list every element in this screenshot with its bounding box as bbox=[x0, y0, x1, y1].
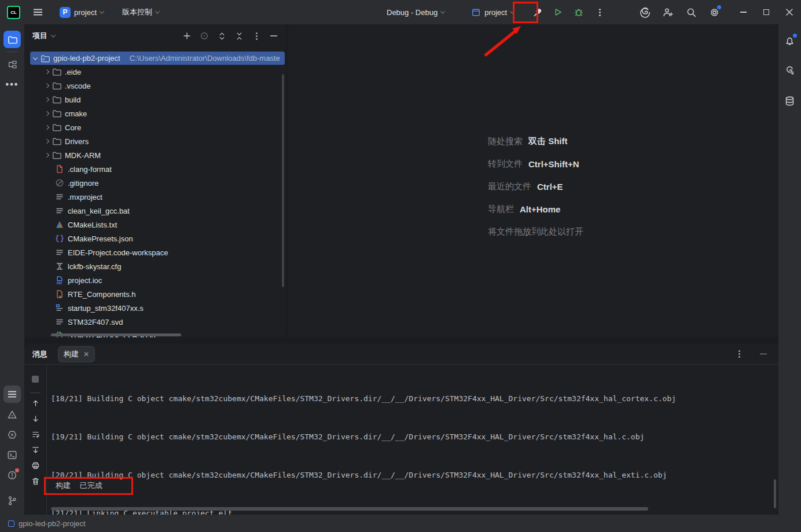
panel-options-button[interactable] bbox=[249, 28, 264, 43]
minimize-button[interactable] bbox=[732, 0, 755, 24]
project-panel-title[interactable]: 项目 bbox=[32, 31, 55, 41]
tree-item[interactable]: EIDE-Project.code-workspace bbox=[24, 245, 286, 259]
services-toolwindow-button[interactable] bbox=[3, 426, 21, 443]
ellipsis-horizontal-icon: ••• bbox=[6, 79, 19, 90]
alert-badge bbox=[15, 468, 19, 472]
tree-item[interactable]: cmake bbox=[24, 107, 286, 120]
run-target-selector[interactable]: project bbox=[466, 5, 519, 20]
structure-toolwindow-button[interactable] bbox=[3, 56, 21, 73]
tree-item[interactable]: .clang-format bbox=[24, 162, 286, 176]
notifications-button[interactable] bbox=[781, 31, 799, 50]
ai-chat-toolwindow-button[interactable] bbox=[781, 61, 799, 80]
printer-icon bbox=[31, 461, 40, 470]
build-tab[interactable]: 构建 ✕ bbox=[58, 346, 95, 362]
tree-item[interactable]: MDK-ARM bbox=[24, 148, 286, 162]
bug-icon bbox=[574, 7, 584, 17]
soft-wrap-button[interactable] bbox=[28, 428, 42, 440]
statusbar-project-name[interactable]: gpio-led-pb2-project bbox=[19, 519, 86, 528]
code-with-me-button[interactable] bbox=[659, 3, 677, 21]
terminal-toolwindow-button[interactable] bbox=[3, 446, 21, 464]
tree-item[interactable]: RTE_Components.h bbox=[24, 287, 286, 301]
hide-panel-button[interactable] bbox=[754, 345, 773, 364]
chevron-down-icon bbox=[155, 9, 160, 13]
panel-options-button[interactable] bbox=[730, 345, 748, 364]
tree-item[interactable]: lckfb-skystar.cfg bbox=[24, 259, 286, 273]
notification-dot bbox=[793, 34, 797, 38]
main-menu-button[interactable] bbox=[28, 3, 47, 21]
build-button[interactable] bbox=[528, 3, 546, 21]
print-button[interactable] bbox=[28, 460, 42, 471]
debug-button[interactable] bbox=[569, 3, 588, 21]
hide-panel-button[interactable] bbox=[266, 28, 281, 43]
tree-item[interactable]: Drivers bbox=[24, 134, 286, 148]
project-folder-icon bbox=[41, 54, 50, 63]
database-icon bbox=[784, 96, 795, 107]
more-toolwindows-button[interactable]: ••• bbox=[3, 76, 21, 93]
tree-item[interactable]: .mxproject bbox=[24, 190, 286, 204]
database-toolwindow-button[interactable] bbox=[781, 91, 799, 110]
settings-button[interactable] bbox=[705, 3, 723, 21]
horizontal-scrollbar[interactable] bbox=[51, 507, 648, 511]
search-everywhere-button[interactable] bbox=[682, 3, 700, 21]
scroll-to-end-button[interactable] bbox=[28, 444, 42, 456]
assembly-file-icon bbox=[55, 303, 64, 313]
ai-assistant-button[interactable] bbox=[635, 3, 654, 21]
project-selector[interactable]: P project bbox=[55, 4, 108, 21]
hamburger-icon bbox=[34, 12, 42, 13]
tree-item[interactable]: clean_keil_gcc.bat bbox=[24, 204, 286, 218]
git-toolwindow-button[interactable] bbox=[3, 492, 21, 509]
ellipsis-vertical-icon bbox=[599, 12, 601, 13]
build-status-text: 构建 已完成 bbox=[56, 480, 102, 491]
tree-item[interactable]: startup_stm32f407xx.s bbox=[24, 301, 286, 315]
settings-notification-dot bbox=[717, 5, 721, 9]
collapse-all-button[interactable] bbox=[232, 28, 247, 43]
project-toolwindow-button[interactable] bbox=[3, 31, 21, 48]
clion-logo: CL bbox=[7, 6, 20, 19]
messages-toolwindow-button[interactable] bbox=[3, 386, 21, 403]
project-tree: gpio-led-pb2-project C:\Users\Administra… bbox=[24, 52, 286, 337]
tree-item[interactable]: project.ioc bbox=[24, 273, 286, 287]
hint-row: 随处搜索双击 Shift bbox=[488, 130, 583, 153]
clang-format-file-icon bbox=[55, 164, 64, 174]
stop-icon bbox=[32, 376, 39, 383]
previous-message-button[interactable] bbox=[28, 397, 42, 409]
vcs-menu[interactable]: 版本控制 bbox=[117, 4, 164, 20]
add-button[interactable] bbox=[179, 28, 194, 43]
title-bar: CL P project 版本控制 Debug - Debug project bbox=[0, 0, 801, 24]
tree-item[interactable]: CMakePresets.json bbox=[24, 232, 286, 245]
titlebar-right bbox=[635, 0, 801, 24]
tab-close-icon[interactable]: ✕ bbox=[83, 351, 89, 358]
triangle-icon bbox=[7, 409, 17, 420]
project-tool-window: 项目 gpio-led-pb2-project C:\Users\Adminis… bbox=[24, 24, 286, 337]
hexagon-play-icon bbox=[7, 430, 17, 440]
close-button[interactable] bbox=[778, 0, 801, 24]
tree-item[interactable]: Core bbox=[24, 120, 286, 134]
expand-all-button[interactable] bbox=[214, 28, 229, 43]
build-console-output: [18/21] Building C object cmake/stm32cub… bbox=[51, 367, 770, 515]
tree-item[interactable]: build bbox=[24, 93, 286, 107]
ioc-file-icon bbox=[55, 276, 64, 285]
folder-icon bbox=[52, 123, 61, 132]
maximize-button[interactable] bbox=[755, 0, 778, 24]
run-configuration-selector[interactable]: Debug - Debug bbox=[382, 5, 449, 20]
clear-all-button[interactable] bbox=[28, 475, 42, 487]
project-module-icon bbox=[8, 520, 14, 527]
vertical-scrollbar[interactable] bbox=[282, 74, 284, 287]
horizontal-scrollbar[interactable] bbox=[51, 333, 181, 336]
stop-button[interactable] bbox=[26, 370, 45, 388]
next-message-button[interactable] bbox=[28, 413, 42, 424]
tree-item[interactable]: CMakeLists.txt bbox=[24, 218, 286, 232]
tree-item[interactable]: STM32F407.svd bbox=[24, 315, 286, 329]
right-tool-strip bbox=[778, 24, 801, 515]
problems-toolwindow-button[interactable] bbox=[3, 467, 21, 484]
tree-item[interactable]: .vscode bbox=[24, 79, 286, 93]
cmake-toolwindow-button[interactable] bbox=[3, 406, 21, 423]
tree-item[interactable]: .eide bbox=[24, 65, 286, 79]
locate-file-button[interactable] bbox=[197, 28, 212, 43]
vertical-scrollbar[interactable] bbox=[774, 479, 776, 508]
tree-item[interactable]: .gitignore bbox=[24, 176, 286, 190]
tree-root-row[interactable]: gpio-led-pb2-project C:\Users\Administra… bbox=[30, 52, 285, 65]
run-button[interactable] bbox=[549, 3, 567, 21]
folder-icon bbox=[8, 35, 17, 45]
more-actions-button[interactable] bbox=[590, 3, 609, 21]
